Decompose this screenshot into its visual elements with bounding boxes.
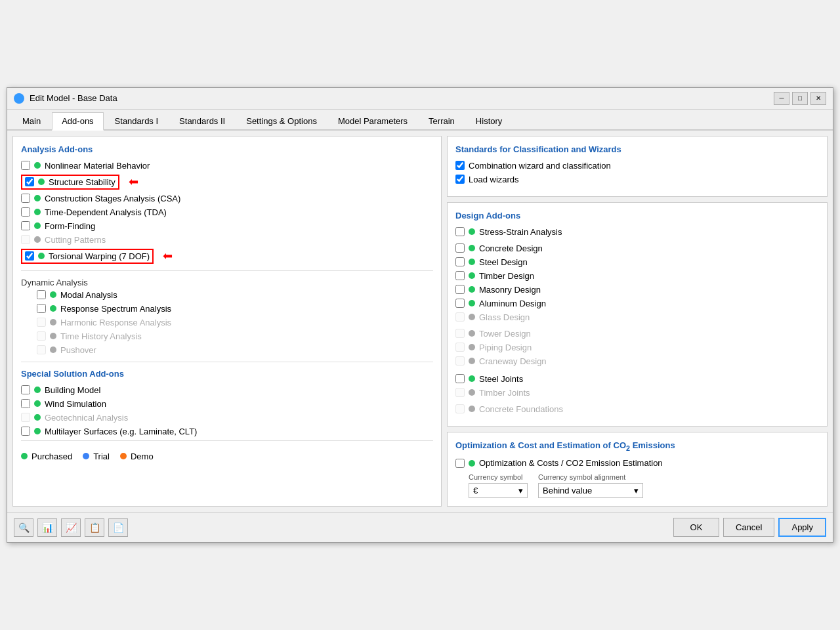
aluminum-design-checkbox[interactable] bbox=[455, 299, 465, 308]
tda-dot bbox=[34, 209, 41, 215]
load-wizards-label: Load wizards bbox=[469, 175, 519, 184]
arrow-structure-stability: ⬅ bbox=[129, 175, 138, 189]
ok-button[interactable]: OK bbox=[673, 518, 719, 537]
window-icon bbox=[14, 93, 24, 104]
time-history-label: Time History Analysis bbox=[60, 331, 142, 341]
tab-standards2[interactable]: Standards II bbox=[169, 112, 235, 129]
combination-wizard-checkbox[interactable] bbox=[455, 161, 465, 170]
divider-legend bbox=[21, 440, 433, 441]
currency-field: Currency symbol € ▾ bbox=[469, 473, 528, 498]
modal-checkbox[interactable] bbox=[37, 290, 46, 299]
craneway-design-dot bbox=[469, 358, 475, 364]
legend-panel: Purchased Trial Demo bbox=[21, 448, 433, 461]
graph-icon-button[interactable]: 📈 bbox=[61, 518, 81, 537]
alignment-value: Behind value bbox=[543, 486, 592, 495]
multilayer-label: Multilayer Surfaces (e.g. Laminate, CLT) bbox=[45, 427, 197, 436]
modal-label: Modal Analysis bbox=[60, 290, 117, 300]
csa-dot bbox=[34, 195, 41, 201]
steel-joints-checkbox[interactable] bbox=[455, 374, 465, 383]
tab-addons[interactable]: Add-ons bbox=[52, 112, 103, 131]
opt-label: Optimization & Costs / CO2 Emission Esti… bbox=[479, 458, 663, 468]
list-item: Harmonic Response Analysis bbox=[37, 318, 433, 327]
tab-main[interactable]: Main bbox=[12, 112, 51, 129]
arrow-torsional-warping: ⬅ bbox=[163, 249, 173, 263]
currency-select[interactable]: € ▾ bbox=[469, 483, 528, 498]
masonry-design-label: Masonry Design bbox=[479, 285, 541, 295]
legend-demo: Demo bbox=[120, 452, 154, 461]
multilayer-checkbox[interactable] bbox=[21, 427, 30, 436]
alignment-chevron: ▾ bbox=[634, 486, 639, 495]
torsional-warping-dot bbox=[38, 253, 45, 259]
optimization-section: Optimization & Cost and Estimation of CO… bbox=[447, 432, 828, 507]
table-icon-button[interactable]: 📊 bbox=[37, 518, 57, 537]
tower-design-dot bbox=[469, 330, 475, 337]
currency-chevron: ▾ bbox=[518, 486, 523, 495]
tab-history[interactable]: History bbox=[466, 112, 512, 129]
divider-2 bbox=[21, 362, 433, 362]
building-model-checkbox[interactable] bbox=[21, 385, 30, 394]
alignment-select[interactable]: Behind value ▾ bbox=[538, 483, 643, 498]
close-button[interactable]: ✕ bbox=[810, 92, 826, 105]
timber-joints-dot bbox=[469, 389, 475, 396]
timber-joints-label: Timber Joints bbox=[479, 388, 530, 398]
load-wizards-checkbox[interactable] bbox=[455, 175, 465, 184]
list-item: Time-Dependent Analysis (TDA) bbox=[21, 207, 433, 217]
masonry-design-dot bbox=[469, 286, 475, 293]
cutting-patterns-checkbox bbox=[21, 235, 30, 244]
tda-checkbox[interactable] bbox=[21, 207, 30, 217]
craneway-design-checkbox bbox=[455, 356, 465, 366]
list-item: Steel Design bbox=[455, 257, 819, 267]
wind-simulation-checkbox[interactable] bbox=[21, 399, 30, 408]
copy-icon-button[interactable]: 📄 bbox=[108, 518, 128, 537]
stress-strain-dot bbox=[469, 228, 475, 235]
export-icon-button[interactable]: 📋 bbox=[85, 518, 104, 537]
glass-design-dot bbox=[469, 314, 475, 320]
opt-dot bbox=[469, 460, 475, 467]
steel-design-checkbox[interactable] bbox=[455, 257, 465, 266]
masonry-design-checkbox[interactable] bbox=[455, 285, 465, 294]
apply-button[interactable]: Apply bbox=[778, 518, 826, 537]
harmonic-response-dot bbox=[50, 319, 56, 326]
tab-terrain[interactable]: Terrain bbox=[419, 112, 465, 129]
list-item: Masonry Design bbox=[455, 285, 819, 295]
geotechnical-label: Geotechnical Analysis bbox=[45, 413, 128, 423]
search-icon-button[interactable]: 🔍 bbox=[14, 518, 33, 537]
opt-sub-controls: Currency symbol € ▾ Currency symbol alig… bbox=[455, 473, 819, 498]
currency-label: Currency symbol bbox=[469, 473, 528, 481]
tab-model-params[interactable]: Model Parameters bbox=[328, 112, 417, 129]
concrete-design-checkbox[interactable] bbox=[455, 243, 465, 253]
list-item: Timber Joints bbox=[455, 388, 819, 398]
list-item: Steel Joints bbox=[455, 374, 819, 384]
legend-purchased: Purchased bbox=[21, 452, 72, 461]
timber-design-label: Timber Design bbox=[479, 271, 534, 281]
cancel-button[interactable]: Cancel bbox=[723, 518, 774, 537]
title-bar-controls: ─ □ ✕ bbox=[774, 92, 826, 105]
minimize-button[interactable]: ─ bbox=[774, 92, 789, 105]
torsional-warping-checkbox[interactable] bbox=[25, 251, 34, 261]
design-title: Design Add-ons bbox=[455, 211, 819, 220]
concrete-design-dot bbox=[469, 245, 475, 251]
combination-wizard-label: Combination wizard and classification bbox=[469, 161, 611, 171]
special-addons-title: Special Solution Add-ons bbox=[21, 369, 433, 379]
list-item: Pushover bbox=[37, 345, 433, 355]
timber-design-checkbox[interactable] bbox=[455, 271, 465, 280]
maximize-button[interactable]: □ bbox=[792, 92, 808, 105]
building-model-label: Building Model bbox=[45, 385, 100, 395]
aluminum-design-label: Aluminum Design bbox=[479, 299, 546, 308]
steel-design-dot bbox=[469, 259, 475, 265]
opt-checkbox[interactable] bbox=[455, 459, 465, 468]
aluminum-design-dot bbox=[469, 300, 475, 306]
tab-settings[interactable]: Settings & Options bbox=[236, 112, 327, 129]
harmonic-response-checkbox bbox=[37, 318, 46, 327]
csa-checkbox[interactable] bbox=[21, 194, 30, 203]
tab-standards1[interactable]: Standards I bbox=[105, 112, 169, 129]
list-item: Aluminum Design bbox=[455, 299, 819, 308]
form-finding-checkbox[interactable] bbox=[21, 221, 30, 230]
structure-stability-checkbox[interactable] bbox=[25, 177, 34, 186]
tda-label: Time-Dependent Analysis (TDA) bbox=[45, 207, 167, 217]
response-spectrum-checkbox[interactable] bbox=[37, 304, 46, 313]
nonlinear-checkbox[interactable] bbox=[21, 161, 30, 170]
stress-strain-label: Stress-Strain Analysis bbox=[479, 227, 562, 237]
stress-strain-checkbox[interactable] bbox=[455, 227, 465, 236]
tower-design-label: Tower Design bbox=[479, 329, 531, 339]
